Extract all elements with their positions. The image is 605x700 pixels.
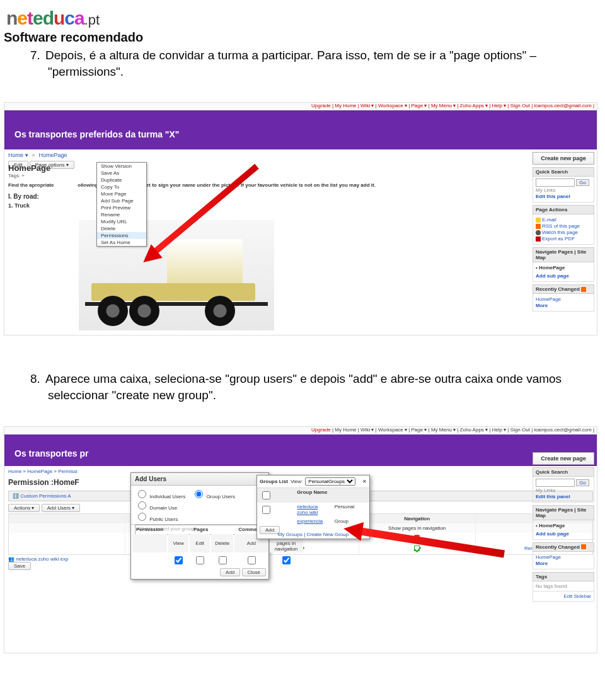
step-7-number: 7. <box>30 47 45 64</box>
edit-panel-link[interactable]: Edit this panel <box>536 194 591 199</box>
perm-edit-checkbox[interactable] <box>196 556 204 564</box>
logo-wordmark: neteduca <box>6 8 84 28</box>
my-links-link[interactable]: My Links <box>536 187 591 193</box>
groups-view-select[interactable]: PersonalGroups <box>305 477 355 486</box>
step-8: 8.Aparece uma caixa, seleciona-se "group… <box>48 371 597 403</box>
pdf-icon <box>536 236 541 242</box>
action-email[interactable]: E-mail <box>536 217 591 223</box>
create-new-page-button[interactable]: Create new page <box>533 152 594 165</box>
quick-search-go-button[interactable]: Go <box>576 179 589 186</box>
breadcrumb-home[interactable]: Home ▾ <box>8 152 28 158</box>
breadcrumb-homepage[interactable]: HomePage <box>39 152 67 158</box>
add-sub-page-link[interactable]: Add sub page <box>536 273 591 279</box>
action-rss[interactable]: RSS of this page <box>536 223 591 229</box>
menu-rename[interactable]: Rename <box>97 211 146 218</box>
sidebar-right: Create new page Quick Search Go My Links… <box>533 152 594 312</box>
add-sub-page-link[interactable]: Add sub page <box>536 531 591 537</box>
recent-more[interactable]: More <box>536 303 591 308</box>
screenshot-2: UpgradeUpgrade | My Home | Wiki ▾ | Work… <box>4 426 597 653</box>
rss-icon <box>581 544 586 549</box>
page-actions-header: Page Actions <box>533 205 594 214</box>
tags-header: Tags <box>533 572 594 581</box>
group-row-label: neteduca zoho wiki exp <box>16 556 68 562</box>
menu-permissions[interactable]: Permissions <box>97 232 146 239</box>
allow-icon <box>414 545 420 551</box>
select-all-checkbox[interactable] <box>262 491 270 499</box>
edit-panel-link[interactable]: Edit this panel <box>536 494 591 499</box>
add-users-modal: Add Users Individual Users Group Users D… <box>130 472 269 580</box>
content-instruction: Find the apropriate ollowing vehicles. D… <box>8 182 376 188</box>
doc-subtitle: Software recomendado <box>4 30 597 45</box>
navigate-pages-header: Navigate Pages | Site Map <box>533 505 594 520</box>
recently-changed-header: Recently Changed <box>533 284 594 294</box>
wiki-title-banner: Os transportes pr <box>4 435 597 466</box>
add-users-dropdown[interactable]: Add Users ▾ <box>42 504 81 512</box>
radio-domain[interactable]: Domain Use <box>135 505 177 511</box>
no-tags-text: No tags found. <box>536 583 568 589</box>
quick-search-input[interactable] <box>536 479 575 487</box>
quick-search-header: Quick Search <box>533 467 594 477</box>
edit-sidebar-link[interactable]: Edit Sidebar <box>563 593 591 599</box>
perm-nav-checkbox[interactable] <box>282 556 291 564</box>
radio-public[interactable]: Public Users <box>135 516 178 522</box>
modal-close-button[interactable]: Close <box>242 568 266 576</box>
action-export-pdf[interactable]: Export as PDF <box>536 236 591 242</box>
add-users-modal-title: Add Users <box>131 473 268 486</box>
recent-homepage[interactable]: HomePage <box>536 296 591 302</box>
menu-move-page[interactable]: Move Page <box>97 190 146 197</box>
menu-print-preview[interactable]: Print Preview <box>97 204 146 211</box>
wiki-top-nav: Upgrade | My Home | Wiki ▾ | Workspace ▾… <box>4 103 597 110</box>
quick-search-go-button[interactable]: Go <box>576 479 589 486</box>
action-watch[interactable]: Watch this page <box>536 230 591 235</box>
menu-save-as[interactable]: Save As <box>97 170 146 177</box>
heading-byroad: I. By road: <box>8 193 376 200</box>
item-truck: 1. Truck <box>8 202 376 209</box>
menu-set-as-home[interactable]: Set As Home <box>97 239 146 246</box>
modal-add-button[interactable]: Add <box>220 568 240 576</box>
quick-search-header: Quick Search <box>533 167 594 177</box>
sidebar-right: Create new page Quick Search Go My Links… <box>533 452 594 602</box>
nav-homepage[interactable]: HomePage <box>539 265 565 271</box>
wiki-top-nav: UpgradeUpgrade | My Home | Wiki ▾ | Work… <box>4 427 597 435</box>
logo-suffix: .pt <box>84 12 100 28</box>
group-link[interactable]: neteduca zoho wiki <box>294 503 331 517</box>
step-8-number: 8. <box>30 371 45 387</box>
step-8-text: Aparece uma caixa, seleciona-se "group u… <box>45 372 562 402</box>
recent-more[interactable]: More <box>536 561 591 566</box>
nav-homepage[interactable]: HomePage <box>539 523 565 528</box>
perm-add-checkbox[interactable] <box>248 556 256 564</box>
page-toolbar: Home ▾ » HomePage <box>4 149 597 158</box>
watch-icon <box>536 230 541 235</box>
menu-add-sub-page[interactable]: Add Sub Page <box>97 197 146 204</box>
recent-homepage[interactable]: HomePage <box>536 554 591 560</box>
menu-duplicate[interactable]: Duplicate <box>97 177 146 184</box>
quick-search-input[interactable] <box>536 178 575 187</box>
mail-icon <box>536 218 541 223</box>
wiki-title-banner: Os transportes preferidos da turma "X" <box>4 110 597 149</box>
save-button[interactable]: Save <box>8 562 31 570</box>
navigate-pages-header: Navigate Pages | Site Map <box>533 247 594 262</box>
group-row-checkbox[interactable] <box>262 506 270 514</box>
neteduca-logo: neteduca.pt <box>6 8 100 29</box>
page-options-dropdown[interactable]: Show Version Save As Duplicate Copy To M… <box>96 162 147 247</box>
step-7: 7.Depois, é a altura de convidar a turma… <box>48 47 597 79</box>
create-new-page-button[interactable]: Create new page <box>533 452 594 465</box>
actions-dropdown[interactable]: Actions ▾ <box>8 504 40 512</box>
radio-group[interactable]: Group Users <box>192 494 235 499</box>
recently-changed-header: Recently Changed <box>533 542 594 552</box>
my-links-link[interactable]: My Links <box>536 487 591 493</box>
perm-view-checkbox[interactable] <box>175 556 183 564</box>
group-link[interactable]: experiencia <box>294 517 331 525</box>
tags-line: Tags: + <box>8 173 376 178</box>
groups-list-label: Groups List <box>260 479 288 484</box>
radio-individual[interactable]: Individual Users <box>135 494 185 499</box>
page-title: HomePage <box>8 163 376 173</box>
rss-icon <box>536 224 541 229</box>
menu-copy-to[interactable]: Copy To <box>97 184 146 190</box>
step-7-text: Depois, é a altura de convidar a turma a… <box>45 49 536 78</box>
menu-modify-url[interactable]: Modify URL <box>97 218 146 225</box>
screenshot-1: Upgrade | My Home | Wiki ▾ | Workspace ▾… <box>4 102 597 335</box>
perm-delete-checkbox[interactable] <box>219 556 227 564</box>
menu-show-version[interactable]: Show Version <box>97 163 146 170</box>
menu-delete[interactable]: Delete <box>97 225 146 232</box>
